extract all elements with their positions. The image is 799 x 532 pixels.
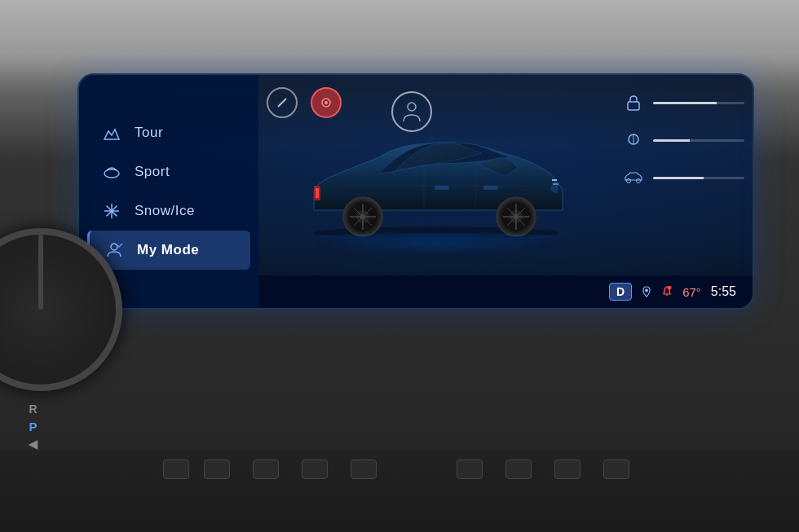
svg-point-5: [110, 209, 113, 213]
car-display-area: [258, 75, 614, 259]
gear-p: P: [29, 420, 38, 433]
sport-icon: [100, 160, 123, 183]
gear-selector: R P ◀: [29, 402, 38, 451]
svg-point-39: [637, 179, 641, 183]
location-icon: [642, 286, 651, 298]
slider-3[interactable]: [653, 177, 744, 179]
steering-spoke: [38, 235, 43, 310]
svg-point-0: [104, 169, 119, 178]
car-visual: [258, 75, 614, 259]
snow-label: Snow/Ice: [135, 203, 195, 219]
menu-item-snow[interactable]: Snow/Ice: [87, 191, 250, 231]
svg-rect-12: [435, 186, 449, 190]
slider-2[interactable]: [653, 139, 744, 142]
sport-label: Sport: [135, 164, 170, 180]
mymode-icon: [103, 239, 126, 262]
mymode-label: My Mode: [137, 242, 199, 258]
svg-point-38: [627, 179, 631, 183]
car-svg: [298, 112, 575, 243]
svg-rect-17: [316, 188, 319, 198]
scene: Tour Sport: [0, 0, 799, 532]
menu-item-tour[interactable]: Tour: [87, 113, 250, 152]
svg-point-40: [645, 288, 648, 292]
right-settings-panel: [614, 83, 753, 246]
bell-icon: [661, 286, 673, 297]
mirror-icon: [622, 129, 645, 152]
physical-btn-7[interactable]: [505, 459, 532, 479]
car-glow: [314, 235, 558, 251]
physical-btn-1[interactable]: [163, 459, 189, 479]
lock-icon: [622, 91, 645, 114]
svg-rect-35: [628, 102, 639, 110]
setting-row-1: [622, 91, 744, 114]
physical-btn-5[interactable]: [351, 459, 377, 479]
gear-arrow: ◀: [29, 437, 38, 451]
physical-btn-2[interactable]: [204, 459, 230, 479]
main-screen: Tour Sport: [77, 73, 754, 310]
slider-1[interactable]: [653, 102, 744, 104]
car-icon: [622, 166, 645, 189]
mountain-icon: [100, 121, 123, 144]
physical-btn-3[interactable]: [253, 459, 279, 479]
physical-btn-9[interactable]: [603, 459, 629, 479]
gear-r: R: [29, 402, 38, 415]
physical-btn-4[interactable]: [302, 459, 328, 479]
svg-rect-13: [483, 186, 498, 190]
time-display: 5:55: [711, 284, 736, 299]
physical-controls-area: [0, 451, 799, 532]
svg-point-6: [111, 244, 117, 250]
temperature-display: 67°: [682, 285, 701, 299]
menu-item-mymode[interactable]: My Mode: [87, 231, 250, 270]
tour-label: Tour: [135, 125, 163, 141]
setting-row-2: [622, 129, 744, 152]
setting-row-3: [622, 166, 744, 189]
gear-indicator-d: D: [609, 283, 632, 301]
snow-icon: [100, 200, 123, 222]
menu-item-sport[interactable]: Sport: [87, 152, 250, 191]
physical-btn-6[interactable]: [457, 459, 483, 479]
status-bar: D 67° 5:55: [258, 275, 753, 308]
physical-btn-8[interactable]: [554, 459, 580, 479]
